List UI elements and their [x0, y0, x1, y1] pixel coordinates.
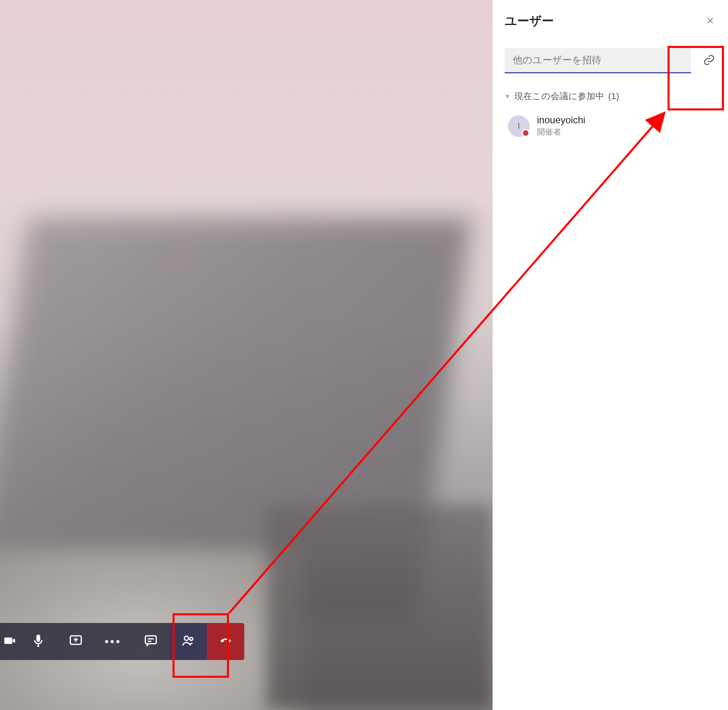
svg-point-5	[189, 637, 193, 641]
invite-input[interactable]	[505, 48, 691, 73]
chat-icon	[144, 633, 158, 650]
copy-link-button[interactable]	[702, 54, 716, 68]
status-badge	[522, 129, 530, 137]
close-icon	[706, 16, 715, 27]
participant-name: inoueyoichi	[537, 114, 585, 126]
chat-button[interactable]	[132, 623, 169, 660]
mic-icon	[31, 633, 46, 650]
hangup-button[interactable]	[207, 623, 244, 660]
participant-role: 開催者	[537, 127, 585, 137]
section-label: 現在この会議に参加中	[514, 90, 604, 102]
panel-header: ユーザー	[505, 13, 716, 29]
panel-title: ユーザー	[505, 13, 554, 29]
participant-info: inoueyoichi 開催者	[537, 114, 585, 137]
section-count: (1)	[608, 91, 619, 102]
participants-section-header[interactable]: ▼ 現在この会議に参加中 (1)	[505, 90, 716, 102]
share-screen-button[interactable]	[57, 623, 94, 660]
people-button[interactable]	[169, 623, 207, 660]
avatar-initial: I	[518, 121, 520, 131]
camera-button[interactable]	[0, 623, 19, 660]
chevron-down-icon: ▼	[505, 93, 510, 100]
people-icon	[181, 633, 196, 650]
people-panel: ユーザー ▼ 現在この会議に参加中 (1) I	[493, 0, 728, 710]
hangup-icon	[218, 633, 233, 650]
mic-button[interactable]	[19, 623, 57, 660]
camera-icon	[3, 634, 16, 649]
close-panel-button[interactable]	[705, 16, 716, 27]
video-pip-corner	[267, 504, 493, 710]
share-screen-icon	[69, 633, 83, 650]
video-call-area: •••	[0, 0, 493, 710]
svg-rect-0	[36, 635, 40, 642]
link-icon	[703, 54, 715, 68]
invite-row	[505, 48, 716, 73]
more-icon: •••	[105, 636, 121, 647]
avatar: I	[508, 115, 530, 137]
participant-row[interactable]: I inoueyoichi 開催者	[505, 113, 716, 139]
more-button[interactable]: •••	[94, 623, 132, 660]
svg-rect-3	[145, 636, 156, 644]
call-toolbar: •••	[0, 623, 244, 660]
svg-point-4	[184, 636, 189, 641]
